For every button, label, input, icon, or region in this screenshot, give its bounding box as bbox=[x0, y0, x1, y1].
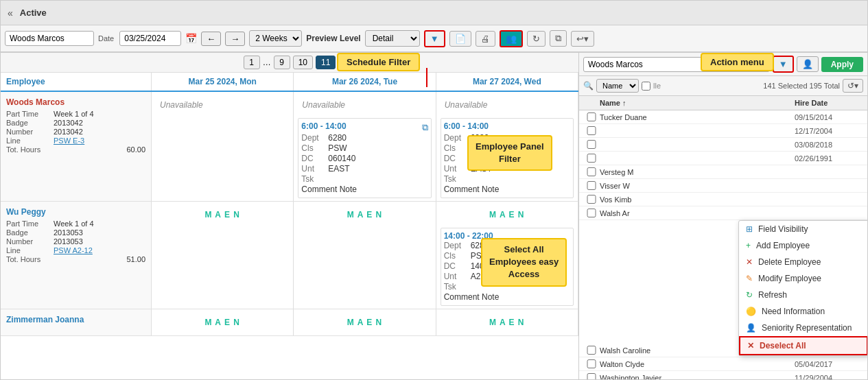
ep-row-checkbox[interactable] bbox=[583, 209, 600, 217]
grid-icon: ⊞ bbox=[746, 224, 753, 234]
ep-filter-button[interactable]: ▼ bbox=[773, 56, 794, 73]
wu-wed-shift: 14:00 - 22:00 Dept6280 ClsPSW DC140220 U… bbox=[441, 228, 574, 306]
list-item: Vos Kimb bbox=[579, 193, 867, 206]
refresh-button[interactable]: ↻ bbox=[527, 31, 546, 47]
ep-search-input[interactable] bbox=[583, 57, 770, 72]
active-label: Active bbox=[20, 8, 47, 18]
action-field-visibility[interactable]: ⊞ Field Visibility bbox=[739, 221, 867, 237]
undo-button[interactable]: ↩▾ bbox=[571, 31, 594, 47]
ep-row-checkbox[interactable] bbox=[583, 373, 600, 379]
ep-row-checkbox[interactable] bbox=[583, 167, 600, 176]
list-item: Washington Javier 11/29/2004 bbox=[579, 371, 867, 379]
page-10-button[interactable]: 10 bbox=[293, 56, 313, 69]
document-button[interactable]: 📄 bbox=[449, 31, 471, 47]
woods-wed-shift: 6:00 - 14:00 Dept6280 ClsPSW DC060140 Un… bbox=[441, 118, 574, 198]
info-icon: 🟡 bbox=[746, 307, 756, 316]
next-date-button[interactable]: → bbox=[225, 32, 245, 46]
action-add-employee[interactable]: + Add Employee bbox=[739, 237, 867, 254]
wu-mon-cell: M A E N bbox=[152, 202, 294, 309]
employee-panel-toolbar: ▼ 👤 Apply bbox=[579, 53, 867, 76]
copy-shift-icon[interactable]: ⧉ bbox=[422, 122, 428, 133]
list-item: 12/17/2004 bbox=[579, 124, 867, 138]
copy-button[interactable]: ⧉ bbox=[550, 30, 567, 47]
schedule-panel: 1 … 9 10 11 Employee Mar 25 2024, Mon Ma… bbox=[1, 53, 579, 379]
ep-row-checkbox[interactable] bbox=[583, 181, 600, 190]
woods-tue-shift: 6:00 - 14:00 ⧉ Dept6280 ClsPSW DC060140 … bbox=[298, 118, 431, 198]
search-icon: 🔍 bbox=[583, 81, 594, 91]
page-9-button[interactable]: 9 bbox=[274, 56, 290, 69]
delete-icon: ✕ bbox=[746, 257, 753, 267]
employee-panel: ▼ 👤 Apply 🔍 Name Badge lle 141 Selected … bbox=[579, 53, 867, 379]
ep-apply-button[interactable]: Apply bbox=[821, 57, 863, 72]
page-1-button[interactable]: 1 bbox=[244, 56, 260, 69]
employee-name-input[interactable] bbox=[5, 31, 94, 46]
preview-level-select[interactable]: Detail Summary None bbox=[365, 30, 420, 47]
header-mon: Mar 25 2024, Mon bbox=[152, 73, 294, 91]
list-item: Walton Clyde 05/04/2017 bbox=[579, 357, 867, 371]
woods-mon-cell: Unavailable bbox=[152, 92, 294, 201]
print-button[interactable]: 🖨 bbox=[476, 31, 495, 47]
ep-row-checkbox[interactable] bbox=[583, 359, 600, 368]
wu-tue-cell: M A E N bbox=[294, 202, 436, 309]
toolbar: Date 📅 ← → 2 Weeks 1 Week 4 Weeks Previe… bbox=[1, 25, 867, 53]
employee-info-zimmerman: Zimmerman Joanna bbox=[1, 309, 152, 335]
ep-person-icon-button[interactable]: 👤 bbox=[797, 56, 819, 72]
schedule-body: Woods Marcos Part TimeWeek 1 of 4 Badge2… bbox=[1, 92, 578, 379]
top-bar: « Active bbox=[1, 1, 867, 25]
ep-header-checkbox-col bbox=[583, 99, 600, 107]
woods-wed-cell: Unavailable 6:00 - 14:00 Dept6280 ClsPSW… bbox=[436, 92, 578, 201]
action-need-info[interactable]: 🟡 Need Information bbox=[739, 303, 867, 320]
ep-search-type-select[interactable]: Name Badge bbox=[596, 79, 639, 93]
ep-reset-button[interactable]: ↺▾ bbox=[843, 79, 863, 93]
employee-info-wu: Wu Peggy Part TimeWeek 1 of 4 Badge20130… bbox=[1, 202, 152, 309]
pagination-bar: 1 … 9 10 11 bbox=[1, 53, 578, 73]
page-11-button[interactable]: 11 bbox=[316, 56, 336, 69]
preview-level-label: Preview Level bbox=[306, 34, 360, 43]
prev-date-button[interactable]: ← bbox=[201, 32, 221, 46]
schedule-header: Employee Mar 25 2024, Mon Mar 26 2024, T… bbox=[1, 73, 578, 92]
seniority-icon: 👤 bbox=[746, 323, 756, 333]
action-modify-employee[interactable]: ✎ Modify Employee bbox=[739, 270, 867, 287]
list-item: 03/08/2018 bbox=[579, 138, 867, 152]
date-label: Date bbox=[98, 34, 114, 43]
filter-button[interactable]: ▼ bbox=[424, 30, 445, 47]
deselect-icon: ✕ bbox=[747, 341, 754, 351]
table-row: Wu Peggy Part TimeWeek 1 of 4 Badge20130… bbox=[1, 202, 578, 309]
zimmerman-mon-cell: M A E N bbox=[152, 309, 294, 335]
action-seniority[interactable]: 👤 Seniority Representation bbox=[739, 320, 867, 336]
ep-row-checkbox[interactable] bbox=[583, 126, 600, 135]
employee-name-wu: Wu Peggy bbox=[6, 207, 145, 217]
weeks-select[interactable]: 2 Weeks 1 Week 4 Weeks bbox=[249, 30, 302, 47]
table-row: Woods Marcos Part TimeWeek 1 of 4 Badge2… bbox=[1, 92, 578, 202]
ep-count-label: 141 Selected 195 Total bbox=[763, 82, 840, 90]
date-input[interactable] bbox=[119, 31, 181, 46]
list-item: Visser W bbox=[579, 179, 867, 193]
list-item: Tucker Duane 09/15/2014 bbox=[579, 110, 867, 124]
ep-row-checkbox[interactable] bbox=[583, 154, 600, 163]
action-menu: ⊞ Field Visibility + Add Employee ✕ Dele… bbox=[738, 220, 867, 356]
ep-row-checkbox[interactable] bbox=[583, 195, 600, 204]
calendar-icon[interactable]: 📅 bbox=[185, 33, 197, 44]
list-item: 02/26/1991 bbox=[579, 152, 867, 165]
list-item: Walsh Ar bbox=[579, 206, 867, 220]
modify-icon: ✎ bbox=[746, 274, 753, 283]
ep-list-header: Name ↑ Hire Date bbox=[579, 96, 867, 110]
header-employee: Employee bbox=[1, 73, 152, 91]
table-row: Zimmerman Joanna M A E N M A E N M A E N bbox=[1, 309, 578, 336]
header-wed: Mar 27 2024, Wed bbox=[436, 73, 578, 91]
action-refresh[interactable]: ↻ Refresh bbox=[739, 287, 867, 303]
ep-row-checkbox[interactable] bbox=[583, 346, 600, 355]
ep-row-checkbox[interactable] bbox=[583, 112, 600, 121]
ep-header-hire-date: Hire Date bbox=[795, 99, 863, 107]
page-ellipsis: … bbox=[263, 58, 271, 67]
ep-row-checkbox[interactable] bbox=[583, 140, 600, 149]
employee-panel-toolbar2: 🔍 Name Badge lle 141 Selected 195 Total … bbox=[579, 76, 867, 96]
zimmerman-tue-cell: M A E N bbox=[294, 309, 436, 335]
refresh-icon: ↻ bbox=[746, 290, 753, 300]
action-delete-employee[interactable]: ✕ Delete Employee bbox=[739, 254, 867, 270]
employee-name-zimmerman: Zimmerman Joanna bbox=[6, 315, 145, 324]
ep-checkbox-all[interactable] bbox=[642, 82, 650, 91]
action-deselect-all[interactable]: ✕ Deselect All bbox=[739, 336, 867, 355]
employee-panel-button[interactable]: 👥 bbox=[500, 30, 523, 47]
nav-back-button[interactable]: « bbox=[5, 6, 16, 20]
